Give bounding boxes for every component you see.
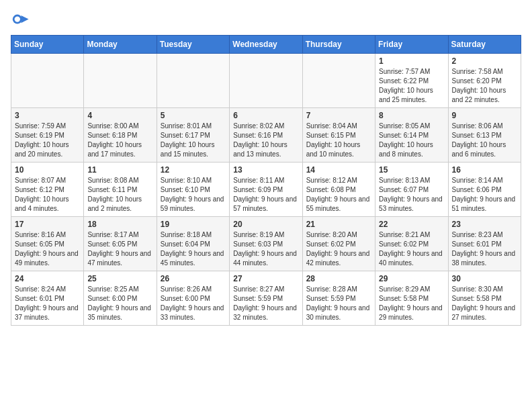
- calendar-cell: [84, 54, 157, 108]
- calendar-cell: 12Sunrise: 8:10 AM Sunset: 6:10 PM Dayli…: [157, 163, 229, 217]
- day-header-tuesday: Tuesday: [157, 36, 229, 54]
- day-info: Sunrise: 8:30 AM Sunset: 5:58 PM Dayligh…: [452, 285, 517, 322]
- calendar-cell: 2Sunrise: 7:58 AM Sunset: 6:20 PM Daylig…: [448, 54, 521, 108]
- day-info: Sunrise: 8:07 AM Sunset: 6:12 PM Dayligh…: [15, 176, 80, 214]
- calendar-cell: 17Sunrise: 8:16 AM Sunset: 6:05 PM Dayli…: [11, 217, 84, 271]
- day-number: 7: [306, 111, 371, 120]
- calendar-header: SundayMondayTuesdayWednesdayThursdayFrid…: [11, 36, 521, 54]
- day-number: 12: [161, 165, 226, 175]
- day-number: 21: [306, 220, 371, 229]
- day-number: 28: [306, 274, 371, 283]
- page-header: [11, 11, 521, 30]
- day-info: Sunrise: 8:21 AM Sunset: 6:02 PM Dayligh…: [379, 230, 444, 268]
- day-info: Sunrise: 8:11 AM Sunset: 6:09 PM Dayligh…: [233, 176, 298, 214]
- calendar-cell: 26Sunrise: 8:26 AM Sunset: 6:00 PM Dayli…: [157, 271, 229, 326]
- day-number: 15: [379, 165, 444, 175]
- day-number: 23: [452, 220, 517, 229]
- day-number: 16: [452, 165, 517, 175]
- day-number: 19: [161, 220, 226, 229]
- calendar-cell: 18Sunrise: 8:17 AM Sunset: 6:05 PM Dayli…: [84, 217, 157, 271]
- calendar-cell: 13Sunrise: 8:11 AM Sunset: 6:09 PM Dayli…: [230, 163, 302, 217]
- day-number: 1: [379, 56, 444, 66]
- calendar-cell: [302, 54, 375, 108]
- day-info: Sunrise: 7:59 AM Sunset: 6:19 PM Dayligh…: [15, 122, 80, 159]
- day-number: 18: [87, 220, 152, 229]
- day-header-wednesday: Wednesday: [230, 36, 302, 54]
- day-info: Sunrise: 8:25 AM Sunset: 6:00 PM Dayligh…: [87, 285, 152, 322]
- calendar-cell: 30Sunrise: 8:30 AM Sunset: 5:58 PM Dayli…: [448, 271, 521, 326]
- day-info: Sunrise: 8:08 AM Sunset: 6:11 PM Dayligh…: [87, 176, 152, 214]
- day-number: 9: [452, 111, 517, 120]
- calendar-week-5: 24Sunrise: 8:24 AM Sunset: 6:01 PM Dayli…: [11, 271, 521, 326]
- day-info: Sunrise: 8:04 AM Sunset: 6:15 PM Dayligh…: [306, 122, 371, 159]
- day-number: 29: [379, 274, 444, 283]
- day-number: 6: [233, 111, 298, 120]
- calendar-week-1: 1Sunrise: 7:57 AM Sunset: 6:22 PM Daylig…: [11, 54, 521, 108]
- day-info: Sunrise: 8:26 AM Sunset: 6:00 PM Dayligh…: [161, 285, 226, 322]
- day-number: 20: [233, 220, 298, 229]
- day-number: 27: [233, 274, 298, 283]
- calendar-cell: 14Sunrise: 8:12 AM Sunset: 6:08 PM Dayli…: [302, 163, 375, 217]
- calendar-cell: 15Sunrise: 8:13 AM Sunset: 6:07 PM Dayli…: [375, 163, 448, 217]
- day-number: 25: [87, 274, 152, 283]
- day-number: 8: [379, 111, 444, 120]
- day-number: 17: [15, 220, 80, 229]
- day-number: 14: [306, 165, 371, 175]
- calendar-week-2: 3Sunrise: 7:59 AM Sunset: 6:19 PM Daylig…: [11, 108, 521, 163]
- calendar-cell: 10Sunrise: 8:07 AM Sunset: 6:12 PM Dayli…: [11, 163, 84, 217]
- calendar-cell: 3Sunrise: 7:59 AM Sunset: 6:19 PM Daylig…: [11, 108, 84, 163]
- day-info: Sunrise: 8:20 AM Sunset: 6:02 PM Dayligh…: [306, 230, 371, 268]
- day-info: Sunrise: 8:16 AM Sunset: 6:05 PM Dayligh…: [15, 230, 80, 268]
- day-info: Sunrise: 8:28 AM Sunset: 5:59 PM Dayligh…: [306, 285, 371, 322]
- day-number: 13: [233, 165, 298, 175]
- calendar-cell: 27Sunrise: 8:27 AM Sunset: 5:59 PM Dayli…: [230, 271, 302, 326]
- day-info: Sunrise: 8:06 AM Sunset: 6:13 PM Dayligh…: [452, 122, 517, 159]
- calendar-cell: 8Sunrise: 8:05 AM Sunset: 6:14 PM Daylig…: [375, 108, 448, 163]
- day-number: 11: [87, 165, 152, 175]
- day-info: Sunrise: 8:14 AM Sunset: 6:06 PM Dayligh…: [452, 176, 517, 214]
- calendar-cell: 19Sunrise: 8:18 AM Sunset: 6:04 PM Dayli…: [157, 217, 229, 271]
- day-number: 5: [161, 111, 226, 120]
- calendar-cell: 23Sunrise: 8:23 AM Sunset: 6:01 PM Dayli…: [448, 217, 521, 271]
- day-number: 3: [15, 111, 80, 120]
- day-info: Sunrise: 8:23 AM Sunset: 6:01 PM Dayligh…: [452, 230, 517, 268]
- day-header-friday: Friday: [375, 36, 448, 54]
- calendar-cell: [230, 54, 302, 108]
- calendar-table: SundayMondayTuesdayWednesdayThursdayFrid…: [11, 35, 521, 326]
- day-number: 22: [379, 220, 444, 229]
- calendar-cell: 16Sunrise: 8:14 AM Sunset: 6:06 PM Dayli…: [448, 163, 521, 217]
- day-number: 4: [87, 111, 152, 120]
- day-info: Sunrise: 8:17 AM Sunset: 6:05 PM Dayligh…: [87, 230, 152, 268]
- calendar-cell: 25Sunrise: 8:25 AM Sunset: 6:00 PM Dayli…: [84, 271, 157, 326]
- day-header-monday: Monday: [84, 36, 157, 54]
- calendar-cell: 1Sunrise: 7:57 AM Sunset: 6:22 PM Daylig…: [375, 54, 448, 108]
- day-info: Sunrise: 8:29 AM Sunset: 5:58 PM Dayligh…: [379, 285, 444, 322]
- day-info: Sunrise: 7:58 AM Sunset: 6:20 PM Dayligh…: [452, 67, 517, 105]
- calendar-cell: 29Sunrise: 8:29 AM Sunset: 5:58 PM Dayli…: [375, 271, 448, 326]
- calendar-cell: 28Sunrise: 8:28 AM Sunset: 5:59 PM Dayli…: [302, 271, 375, 326]
- day-number: 2: [452, 56, 517, 66]
- day-info: Sunrise: 8:19 AM Sunset: 6:03 PM Dayligh…: [233, 230, 298, 268]
- day-info: Sunrise: 8:13 AM Sunset: 6:07 PM Dayligh…: [379, 176, 444, 214]
- day-number: 30: [452, 274, 517, 283]
- day-number: 10: [15, 165, 80, 175]
- calendar-cell: [11, 54, 84, 108]
- calendar-cell: 22Sunrise: 8:21 AM Sunset: 6:02 PM Dayli…: [375, 217, 448, 271]
- svg-point-2: [15, 16, 20, 21]
- day-header-sunday: Sunday: [11, 36, 84, 54]
- calendar-cell: 5Sunrise: 8:01 AM Sunset: 6:17 PM Daylig…: [157, 108, 229, 163]
- day-info: Sunrise: 8:10 AM Sunset: 6:10 PM Dayligh…: [161, 176, 226, 214]
- calendar-cell: 11Sunrise: 8:08 AM Sunset: 6:11 PM Dayli…: [84, 163, 157, 217]
- calendar-cell: 21Sunrise: 8:20 AM Sunset: 6:02 PM Dayli…: [302, 217, 375, 271]
- day-number: 24: [15, 274, 80, 283]
- calendar-cell: 4Sunrise: 8:00 AM Sunset: 6:18 PM Daylig…: [84, 108, 157, 163]
- calendar-cell: 6Sunrise: 8:02 AM Sunset: 6:16 PM Daylig…: [230, 108, 302, 163]
- day-info: Sunrise: 8:18 AM Sunset: 6:04 PM Dayligh…: [161, 230, 226, 268]
- day-info: Sunrise: 8:27 AM Sunset: 5:59 PM Dayligh…: [233, 285, 298, 322]
- day-info: Sunrise: 8:01 AM Sunset: 6:17 PM Dayligh…: [161, 122, 226, 159]
- calendar-week-3: 10Sunrise: 8:07 AM Sunset: 6:12 PM Dayli…: [11, 163, 521, 217]
- calendar-cell: 7Sunrise: 8:04 AM Sunset: 6:15 PM Daylig…: [302, 108, 375, 163]
- calendar-week-4: 17Sunrise: 8:16 AM Sunset: 6:05 PM Dayli…: [11, 217, 521, 271]
- calendar-cell: [157, 54, 229, 108]
- day-info: Sunrise: 8:24 AM Sunset: 6:01 PM Dayligh…: [15, 285, 80, 322]
